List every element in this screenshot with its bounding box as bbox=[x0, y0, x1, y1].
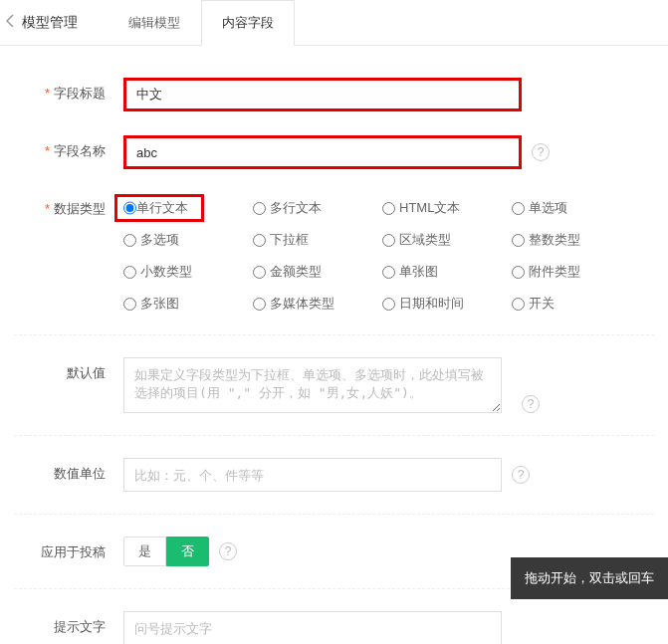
data-type-option[interactable]: 单选项 bbox=[512, 199, 641, 217]
data-type-radios: 单行文本多行文本HTML文本单选项多选项下拉框区域类型整数类型小数类型金额类型单… bbox=[123, 193, 651, 313]
data-type-option[interactable]: 开关 bbox=[512, 295, 641, 313]
label-hint: 提示文字 bbox=[14, 611, 123, 636]
label-contribute: 应用于投稿 bbox=[14, 537, 123, 561]
snackbar: 拖动开始，双击或回车 bbox=[511, 557, 668, 599]
data-type-option[interactable]: 单行文本 bbox=[123, 199, 253, 217]
help-icon[interactable]: ? bbox=[219, 542, 237, 560]
tab-content-fields[interactable]: 内容字段 bbox=[201, 0, 295, 46]
help-icon[interactable]: ? bbox=[512, 466, 530, 484]
back-icon[interactable] bbox=[0, 14, 22, 31]
help-icon[interactable]: ? bbox=[532, 143, 550, 161]
data-type-option[interactable]: 多张图 bbox=[123, 295, 253, 313]
tabs: 编辑模型 内容字段 bbox=[108, 0, 295, 45]
contribute-yes[interactable]: 是 bbox=[123, 537, 166, 566]
data-type-option[interactable]: 附件类型 bbox=[512, 263, 641, 281]
data-type-option[interactable]: 多行文本 bbox=[253, 199, 382, 217]
data-type-option[interactable]: 日期和时间 bbox=[382, 295, 512, 313]
unit-input[interactable] bbox=[123, 458, 502, 492]
contribute-toggle: 是 否 bbox=[123, 537, 209, 566]
label-field-title: *字段标题 bbox=[14, 78, 123, 103]
label-field-name: *字段名称 bbox=[14, 135, 123, 160]
field-name-input[interactable] bbox=[123, 135, 522, 169]
hint-textarea[interactable] bbox=[123, 611, 502, 644]
field-title-input[interactable] bbox=[123, 78, 522, 111]
contribute-no[interactable]: 否 bbox=[166, 537, 209, 566]
label-unit: 数值单位 bbox=[14, 458, 123, 483]
data-type-option[interactable]: 区域类型 bbox=[382, 231, 512, 249]
data-type-option[interactable]: 整数类型 bbox=[512, 231, 641, 249]
data-type-option[interactable]: 金额类型 bbox=[253, 263, 382, 281]
help-icon[interactable]: ? bbox=[522, 395, 540, 413]
data-type-option[interactable]: 多选项 bbox=[123, 231, 253, 249]
tab-edit-model[interactable]: 编辑模型 bbox=[108, 0, 201, 45]
data-type-option[interactable]: HTML文本 bbox=[382, 199, 512, 217]
label-default-value: 默认值 bbox=[14, 357, 123, 382]
data-type-option[interactable]: 下拉框 bbox=[253, 231, 382, 249]
data-type-option[interactable]: 多媒体类型 bbox=[253, 295, 382, 313]
label-data-type: *数据类型 bbox=[14, 193, 123, 218]
data-type-option[interactable]: 小数类型 bbox=[123, 263, 253, 281]
default-value-textarea[interactable] bbox=[123, 357, 502, 413]
data-type-option[interactable]: 单张图 bbox=[382, 263, 512, 281]
page-title: 模型管理 bbox=[22, 14, 78, 32]
